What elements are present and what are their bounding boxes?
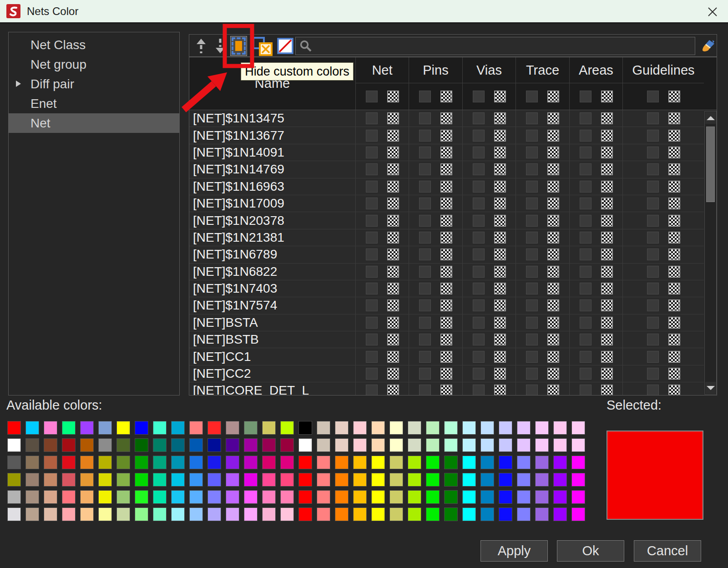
color-swatch[interactable] — [116, 421, 130, 435]
color-swatch-unset[interactable] — [387, 130, 399, 142]
color-swatch-unset[interactable] — [601, 91, 613, 102]
color-swatch[interactable] — [480, 507, 494, 521]
color-swatch-unset[interactable] — [494, 334, 506, 345]
color-swatch[interactable] — [207, 456, 221, 469]
color-swatch[interactable] — [98, 456, 112, 469]
color-swatch[interactable] — [25, 421, 39, 435]
color-swatch-unset[interactable] — [601, 147, 613, 158]
use-color-checkbox[interactable] — [647, 266, 659, 278]
color-swatch-unset[interactable] — [440, 317, 452, 329]
color-swatch-unset[interactable] — [440, 299, 452, 311]
color-swatch[interactable] — [207, 421, 221, 435]
use-color-checkbox[interactable] — [473, 334, 485, 345]
color-swatch[interactable] — [280, 473, 294, 487]
net-name-cell[interactable]: [NET]CC1 — [189, 348, 355, 365]
use-color-checkbox[interactable] — [473, 368, 485, 380]
color-swatch[interactable] — [317, 473, 330, 487]
use-color-checkbox[interactable] — [419, 266, 431, 278]
color-swatch-unset[interactable] — [668, 283, 680, 294]
color-swatch[interactable] — [371, 456, 385, 469]
use-color-checkbox[interactable] — [647, 283, 659, 294]
color-swatch-unset[interactable] — [668, 112, 680, 124]
color-swatch[interactable] — [571, 507, 585, 521]
color-swatch[interactable] — [298, 473, 312, 487]
color-swatch[interactable] — [553, 507, 567, 521]
use-color-checkbox[interactable] — [473, 299, 485, 311]
color-swatch-unset[interactable] — [668, 215, 680, 227]
use-color-checkbox[interactable] — [526, 283, 538, 294]
color-swatch-unset[interactable] — [494, 198, 506, 209]
color-swatch-unset[interactable] — [440, 198, 452, 209]
color-swatch[interactable] — [207, 473, 221, 487]
color-swatch-unset[interactable] — [601, 130, 613, 142]
color-swatch-unset[interactable] — [440, 130, 452, 142]
use-color-checkbox[interactable] — [419, 351, 431, 363]
color-swatch-unset[interactable] — [547, 299, 559, 311]
color-swatch[interactable] — [426, 473, 440, 487]
use-color-checkbox[interactable] — [419, 283, 431, 294]
color-swatch[interactable] — [353, 507, 367, 521]
use-color-checkbox[interactable] — [419, 147, 431, 158]
color-swatch[interactable] — [462, 490, 476, 504]
no-color-button[interactable] — [277, 38, 293, 54]
color-swatch[interactable] — [98, 473, 112, 487]
color-swatch[interactable] — [426, 438, 440, 452]
color-swatch[interactable] — [171, 490, 185, 504]
ok-button[interactable]: Ok — [557, 540, 624, 562]
use-color-checkbox[interactable] — [647, 248, 659, 260]
color-swatch-unset[interactable] — [547, 334, 559, 345]
color-swatch-unset[interactable] — [387, 299, 399, 311]
color-swatch-unset[interactable] — [547, 181, 559, 193]
use-color-checkbox[interactable] — [366, 163, 378, 175]
use-color-checkbox[interactable] — [366, 198, 378, 209]
color-swatch-unset[interactable] — [668, 232, 680, 243]
net-name-cell[interactable]: [NET]$1N7403 — [189, 280, 355, 297]
use-color-checkbox[interactable] — [419, 91, 431, 102]
use-color-checkbox[interactable] — [647, 198, 659, 209]
use-color-checkbox[interactable] — [473, 385, 485, 395]
color-swatch-unset[interactable] — [601, 368, 613, 380]
color-swatch[interactable] — [171, 421, 185, 435]
color-swatch[interactable] — [153, 438, 167, 452]
color-swatch[interactable] — [116, 507, 130, 521]
color-swatch[interactable] — [7, 421, 21, 435]
color-swatch-unset[interactable] — [601, 317, 613, 329]
color-swatch-unset[interactable] — [387, 368, 399, 380]
color-swatch[interactable] — [408, 421, 421, 435]
color-swatch[interactable] — [389, 473, 403, 487]
color-swatch[interactable] — [116, 473, 130, 487]
use-color-checkbox[interactable] — [580, 91, 592, 102]
color-swatch-unset[interactable] — [668, 163, 680, 175]
use-color-checkbox[interactable] — [473, 112, 485, 124]
color-swatch[interactable] — [444, 507, 458, 521]
color-swatch[interactable] — [207, 438, 221, 452]
scroll-up-button[interactable] — [705, 112, 716, 124]
use-color-checkbox[interactable] — [419, 232, 431, 243]
color-swatch-unset[interactable] — [668, 147, 680, 158]
use-color-checkbox[interactable] — [580, 112, 592, 124]
color-swatch[interactable] — [444, 456, 458, 469]
move-up-button[interactable] — [194, 38, 208, 54]
use-color-checkbox[interactable] — [366, 317, 378, 329]
color-swatch[interactable] — [535, 473, 549, 487]
color-swatch[interactable] — [226, 490, 239, 504]
use-color-checkbox[interactable] — [526, 299, 538, 311]
use-color-checkbox[interactable] — [366, 181, 378, 193]
color-swatch[interactable] — [135, 438, 148, 452]
color-swatch[interactable] — [25, 438, 39, 452]
sidebar-item-net[interactable]: Net — [9, 113, 179, 133]
use-color-checkbox[interactable] — [419, 215, 431, 227]
color-swatch-unset[interactable] — [494, 181, 506, 193]
color-swatch[interactable] — [7, 490, 21, 504]
color-swatch-unset[interactable] — [601, 215, 613, 227]
use-color-checkbox[interactable] — [647, 130, 659, 142]
color-swatch-unset[interactable] — [547, 215, 559, 227]
column-header-guidelines[interactable]: Guidelines — [622, 57, 704, 83]
color-swatch-unset[interactable] — [668, 248, 680, 260]
use-color-checkbox[interactable] — [366, 147, 378, 158]
color-swatch[interactable] — [517, 421, 531, 435]
color-swatch[interactable] — [7, 473, 21, 487]
sidebar-item-net-group[interactable]: Net group — [9, 55, 179, 74]
color-swatch-unset[interactable] — [387, 266, 399, 278]
use-color-checkbox[interactable] — [366, 368, 378, 380]
